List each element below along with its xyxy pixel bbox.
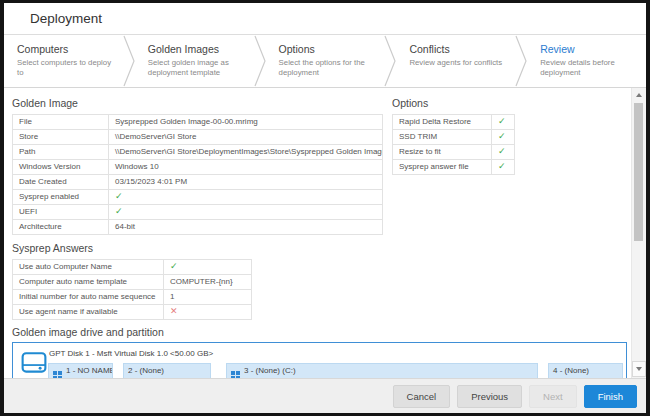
finish-button[interactable]: Finish bbox=[584, 385, 637, 408]
row-label: Sysprep answer file bbox=[393, 160, 492, 175]
golden-image-table: FileSysprepped Golden Image-00-00.mrimgS… bbox=[12, 114, 383, 235]
golden-image-row: Path\\DemoServer\GI Store\DeploymentImag… bbox=[13, 145, 383, 160]
row-label: Use agent name if available bbox=[13, 305, 164, 320]
options-row: Sysprep answer file✓ bbox=[393, 160, 515, 175]
row-label: File bbox=[13, 115, 109, 130]
row-label: SSD TRIM bbox=[393, 130, 492, 145]
step-separator-chevron-icon bbox=[123, 35, 135, 87]
step-title: Options bbox=[279, 43, 377, 55]
scrollbar-up-arrow-icon[interactable] bbox=[632, 88, 646, 102]
row-value: 64-bit bbox=[109, 220, 383, 235]
step-title: Computers bbox=[17, 43, 115, 55]
golden-image-section: Golden Image FileSysprepped Golden Image… bbox=[12, 97, 383, 235]
options-section: Options Rapid Delta Restore✓SSD TRIM✓Res… bbox=[392, 97, 515, 175]
step-description: Select computers to deploy to bbox=[17, 58, 115, 78]
partition-4[interactable]: 4 - (None) bbox=[548, 363, 623, 378]
windows-logo-icon bbox=[53, 366, 62, 375]
sysprep-answers-table: Use auto Computer Name✓Computer auto nam… bbox=[12, 259, 252, 320]
options-table: Rapid Delta Restore✓SSD TRIM✓Resize to f… bbox=[392, 114, 515, 175]
check-icon: ✓ bbox=[498, 116, 506, 126]
wizard-step-conflicts[interactable]: ConflictsReview agents for conflicts bbox=[396, 35, 515, 87]
step-separator-chevron-icon bbox=[254, 35, 266, 87]
row-label: Store bbox=[13, 130, 109, 145]
scrollbar-thumb[interactable] bbox=[634, 103, 643, 241]
row-value: \\DemoServer\GI Store bbox=[109, 130, 383, 145]
golden-image-heading: Golden Image bbox=[12, 97, 383, 109]
row-value: ✓ bbox=[492, 160, 515, 175]
step-description: Select the options for the deployment bbox=[279, 58, 377, 78]
golden-image-row: UEFI✓ bbox=[13, 205, 383, 220]
row-label: Rapid Delta Restore bbox=[393, 115, 492, 130]
vertical-scrollbar[interactable] bbox=[631, 88, 646, 378]
row-value: ✓ bbox=[492, 130, 515, 145]
sysprep-answers-heading: Sysprep Answers bbox=[12, 242, 631, 254]
sysprep-answers-row: Computer auto name templateCOMPUTER-{nn} bbox=[13, 275, 252, 290]
sysprep-answers-row: Initial number for auto name sequence1 bbox=[13, 290, 252, 305]
options-heading: Options bbox=[392, 97, 515, 109]
check-icon: ✓ bbox=[115, 206, 123, 216]
cross-icon: ✕ bbox=[170, 306, 178, 316]
wizard-steps: ComputersSelect computers to deploy toGo… bbox=[4, 35, 646, 88]
partition-3[interactable]: 3 - (None) (C:) bbox=[226, 363, 538, 378]
next-button: Next bbox=[529, 385, 577, 408]
disk-panel[interactable]: GPT Disk 1 - Msft Virtual Disk 1.0 <50.0… bbox=[12, 342, 627, 378]
step-description: Review details before deployment bbox=[540, 58, 638, 78]
check-icon: ✓ bbox=[498, 161, 506, 171]
row-value: 1 bbox=[164, 290, 252, 305]
row-label: Initial number for auto name sequence bbox=[13, 290, 164, 305]
check-icon: ✓ bbox=[498, 146, 506, 156]
options-row: Rapid Delta Restore✓ bbox=[393, 115, 515, 130]
row-label: Windows Version bbox=[13, 160, 109, 175]
drive-partition-heading: Golden image drive and partition bbox=[12, 326, 631, 338]
dialog-titlebar: Deployment bbox=[4, 3, 646, 35]
review-panel: Golden Image FileSysprepped Golden Image… bbox=[4, 88, 631, 378]
row-value: ✓ bbox=[164, 260, 252, 275]
golden-image-row: Store\\DemoServer\GI Store bbox=[13, 130, 383, 145]
row-value: COMPUTER-{nn} bbox=[164, 275, 252, 290]
footer-bar: CancelPreviousNextFinish bbox=[4, 378, 646, 413]
disk-label: GPT Disk 1 - Msft Virtual Disk 1.0 <50.0… bbox=[49, 349, 213, 358]
row-label: Sysprep enabled bbox=[13, 190, 109, 205]
previous-button[interactable]: Previous bbox=[457, 385, 522, 408]
check-icon: ✓ bbox=[498, 131, 506, 141]
check-icon: ✓ bbox=[115, 191, 123, 201]
partition-2[interactable]: 2 - (None) bbox=[123, 363, 211, 378]
wizard-step-review[interactable]: ReviewReview details before deployment bbox=[527, 35, 646, 87]
options-row: Resize to fit✓ bbox=[393, 145, 515, 160]
deployment-dialog: Deployment ComputersSelect computers to … bbox=[4, 3, 646, 413]
wizard-step-golden-images[interactable]: Golden ImagesSelect golden image as depl… bbox=[135, 35, 254, 87]
row-value: ✓ bbox=[109, 205, 383, 220]
golden-image-row: Date Created03/15/2023 4:01 PM bbox=[13, 175, 383, 190]
row-value: 03/15/2023 4:01 PM bbox=[109, 175, 383, 190]
row-value: ✓ bbox=[492, 115, 515, 130]
row-label: Path bbox=[13, 145, 109, 160]
cancel-button[interactable]: Cancel bbox=[393, 385, 451, 408]
golden-image-row: Architecture64-bit bbox=[13, 220, 383, 235]
row-value: ✓ bbox=[109, 190, 383, 205]
row-value: ✓ bbox=[492, 145, 515, 160]
row-label: Resize to fit bbox=[393, 145, 492, 160]
partition-1[interactable]: 1 - NO NAME bbox=[48, 363, 113, 378]
step-separator-chevron-icon bbox=[384, 35, 396, 87]
sysprep-answers-row: Use agent name if available✕ bbox=[13, 305, 252, 320]
row-label: Use auto Computer Name bbox=[13, 260, 164, 275]
step-description: Review agents for conflicts bbox=[409, 58, 507, 68]
step-description: Select golden image as deployment templa… bbox=[148, 58, 246, 78]
wizard-step-options[interactable]: OptionsSelect the options for the deploy… bbox=[266, 35, 385, 87]
content-area: Golden Image FileSysprepped Golden Image… bbox=[4, 88, 646, 378]
scrollbar-down-arrow-icon[interactable] bbox=[632, 361, 646, 377]
row-label: Date Created bbox=[13, 175, 109, 190]
check-icon: ✓ bbox=[170, 261, 178, 271]
golden-image-row: FileSysprepped Golden Image-00-00.mrimg bbox=[13, 115, 383, 130]
row-label: UEFI bbox=[13, 205, 109, 220]
row-value: \\DemoServer\GI Store\DeploymentImages\S… bbox=[109, 145, 383, 160]
wizard-step-computers[interactable]: ComputersSelect computers to deploy to bbox=[4, 35, 123, 87]
step-title: Review bbox=[540, 43, 638, 55]
row-value: ✕ bbox=[164, 305, 252, 320]
step-title: Conflicts bbox=[409, 43, 507, 55]
step-title: Golden Images bbox=[148, 43, 246, 55]
partition-label: 3 - (None) (C:) bbox=[244, 366, 296, 376]
partition-label: 2 - (None) bbox=[128, 366, 164, 376]
sysprep-answers-row: Use auto Computer Name✓ bbox=[13, 260, 252, 275]
hard-disk-icon bbox=[20, 348, 48, 376]
